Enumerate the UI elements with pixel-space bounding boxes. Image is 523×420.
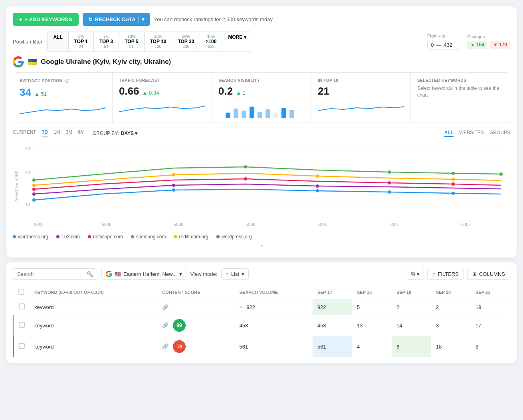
svg-point-35 (452, 182, 455, 186)
recheck-dropdown-icon[interactable]: ▾ (138, 16, 145, 22)
svg-point-28 (452, 192, 455, 195)
link-icon[interactable]: 🔗 (162, 343, 168, 349)
svg-text:500k: 500k (34, 222, 44, 227)
filter-tab-more[interactable]: MORE ▾ (222, 32, 252, 51)
th-checkbox (14, 285, 30, 299)
row-checkbox-cell (14, 315, 30, 336)
chart-tab-websites[interactable]: WEBSITES (459, 130, 484, 137)
svg-rect-8 (289, 110, 294, 118)
svg-text:500k: 500k (461, 222, 471, 227)
info-icon[interactable]: ⓘ (65, 79, 69, 83)
th-sep18: SEP 18 (352, 285, 392, 299)
svg-text:500k: 500k (317, 222, 327, 227)
legend-dot-wordpress (13, 235, 16, 238)
svg-point-31 (316, 184, 319, 188)
right-filters: From - to 0 — 432 Changes ▲ 164 ▼ 179 (427, 34, 510, 50)
from-to-label: From - to (427, 34, 459, 38)
svg-point-24 (32, 198, 36, 202)
chart-legend: wordpress.org 163.com netscape.com samsu… (13, 234, 510, 240)
volume-cell: ✏ 922 (235, 299, 313, 315)
sep18-cell: 13 (352, 315, 392, 336)
svg-text:10: 10 (25, 202, 30, 207)
columns-label: COLUMNS (479, 271, 505, 277)
legend-163: 163.com (56, 234, 80, 240)
svg-rect-7 (281, 108, 286, 118)
svg-text:500k: 500k (246, 222, 255, 227)
filters-button[interactable]: ≡ FILTERS (427, 268, 464, 280)
recheck-data-button[interactable]: ↻ RECHECK DATA ▾ (83, 13, 150, 26)
copy-icon: ⧉ (411, 271, 415, 277)
recheck-info: You can recheck rankings for 2,500 keywo… (154, 16, 273, 22)
svg-point-29 (32, 192, 36, 196)
search-input[interactable] (17, 271, 84, 277)
position-filter-row: Position filter ALL 3% TOP 1 24 7% TOP 3… (13, 32, 510, 52)
add-keywords-button[interactable]: + + ADD KEYWORDS (13, 13, 79, 26)
chevron-up-icon[interactable]: ⌃ (259, 244, 264, 251)
svg-rect-0 (226, 113, 230, 118)
time-tab-3m[interactable]: 3M (66, 129, 73, 137)
copy-dropdown-icon: ▾ (417, 271, 420, 277)
sep20-cell: 3 (431, 315, 471, 336)
filter-tab-top3[interactable]: 7% TOP 3 54 (94, 32, 119, 51)
row-checkbox[interactable] (19, 303, 25, 309)
copy-button[interactable]: ⧉ ▾ (407, 268, 424, 280)
location-selector[interactable]: 🇺🇸 Eastern Harlem, New... ▾ (101, 268, 186, 280)
time-tab-current[interactable]: CURRENT (13, 129, 36, 137)
svg-text:30: 30 (25, 146, 30, 151)
filter-tab-top5[interactable]: 10% TOP 5 81 (119, 32, 144, 51)
from-value: 0 (431, 42, 434, 48)
svg-point-25 (172, 188, 175, 192)
group-by-select[interactable]: DAYS ▾ (121, 131, 138, 136)
view-mode-label: View mode: (190, 271, 218, 277)
view-mode-value: List (231, 271, 239, 277)
legend-rediff: rediff.com.org (174, 234, 208, 240)
google-header-title: Google Ukraine (Kyiv, Kyiv city, Ukraine… (41, 58, 171, 66)
svg-text:500k: 500k (174, 222, 183, 227)
filter-tab-top10[interactable]: 15% TOP 10 120 (145, 32, 172, 51)
recheck-label: RECHECK DATA (95, 16, 136, 22)
chart-controls: CURRENT 7D 1M 3M 6M GROUP BY: DAYS ▾ ALL… (13, 129, 510, 137)
link-icon[interactable]: 🔗 (162, 322, 168, 328)
table-header-row: KEYWORD (50–60 out of 8,334) CONTENT SCO… (14, 285, 511, 299)
changes-down-badge: ▼ 179 (490, 41, 510, 49)
th-sep17: SEP 17 (313, 285, 352, 299)
search-box[interactable]: 🔍 (13, 268, 97, 280)
filters-label: FILTERS (438, 271, 459, 277)
svg-point-37 (172, 173, 175, 176)
svg-rect-5 (265, 109, 270, 118)
chart-tab-all[interactable]: ALL (444, 130, 454, 137)
filter-tab-all[interactable]: ALL (48, 32, 68, 51)
filter-tab-top30[interactable]: 29% TOP 30 236 (172, 32, 200, 51)
changes-up-badge: ▲ 164 (467, 41, 487, 49)
svg-point-27 (388, 190, 391, 194)
sep20-cell: 2 (431, 299, 471, 315)
collapse-button[interactable]: ⌃ (13, 244, 510, 251)
sep21-cell: 8 (471, 336, 510, 357)
chart-tab-groups[interactable]: GROUPS (489, 130, 510, 137)
from-to-group: From - to 0 — 432 (427, 34, 459, 50)
header-checkbox[interactable] (18, 289, 24, 295)
legend-dot-samsung (131, 235, 134, 238)
content-score-cell: 🔗 - (157, 299, 234, 315)
metric-visibility-chart (218, 101, 305, 117)
time-tab-6m[interactable]: 6M (78, 129, 85, 137)
view-mode-selector[interactable]: ≡ List ▾ (221, 268, 249, 280)
row-checkbox[interactable] (19, 343, 25, 349)
time-tab-7d[interactable]: 7D (42, 129, 48, 137)
us-flag-icon: 🇺🇸 (115, 271, 121, 277)
row-checkbox[interactable] (19, 322, 25, 328)
metric-top10-value: 21 (318, 85, 404, 97)
metric-top10-label: IN TOP 10 (318, 78, 404, 83)
th-search-volume: SEARCH VOLUME (235, 285, 313, 299)
from-to-input[interactable]: 0 — 432 (427, 40, 459, 50)
metric-avg-position-label: AVERAGE POSITION ⓘ (20, 78, 106, 84)
columns-icon: ⊞ (472, 271, 477, 277)
edit-icon[interactable]: ✏ (240, 305, 244, 310)
filter-tab-top1[interactable]: 3% TOP 1 24 (69, 32, 94, 51)
link-icon[interactable]: 🔗 (162, 304, 168, 310)
th-sep19: SEP 19 (392, 285, 431, 299)
columns-button[interactable]: ⊞ COLUMNS (467, 268, 510, 280)
time-tab-1m[interactable]: 1M (53, 129, 60, 137)
filter-tab-100plus[interactable]: 46% >100 638 (200, 32, 222, 51)
to-value: 432 (444, 42, 452, 48)
